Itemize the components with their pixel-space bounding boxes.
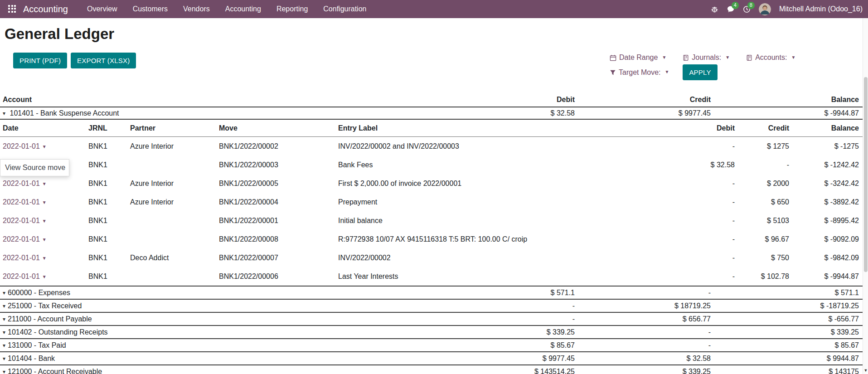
entry-debit: - — [696, 142, 735, 151]
account-row[interactable]: ▾600000 - Expenses$ 571.1-$ 571.1 — [0, 286, 863, 299]
col-date: Date — [0, 124, 88, 132]
entry-balance: $ -3242.42 — [789, 180, 863, 188]
entry-partner: Azure Interior — [130, 198, 219, 206]
col-entry-debit: Debit — [696, 124, 735, 132]
journal-entry-row: 2022-01-01▼BNK1Azure InteriorBNK1/2022/0… — [0, 174, 863, 193]
account-row[interactable]: ▾101404 - Bank$ 9977.45$ 32.58$ 9944.87 — [0, 351, 863, 364]
entry-date-dropdown[interactable]: 2022-01-01▼ — [3, 180, 47, 187]
report-actions: PRINT (PDF) EXPORT (XLSX) — [13, 53, 136, 68]
entry-move: BNK1/2022/00004 — [219, 198, 338, 206]
entry-date-dropdown[interactable]: 2022-01-01▼ — [3, 142, 47, 150]
account-credit: - — [576, 289, 712, 297]
chevron-down-icon: ▼ — [42, 181, 47, 186]
entry-move: BNK1/2022/00002 — [219, 142, 338, 151]
account-name: 131000 - Tax Paid — [8, 341, 66, 349]
chevron-down-icon: ▼ — [42, 274, 47, 279]
account-credit: $ 656.77 — [576, 315, 712, 323]
activities-clock-icon[interactable]: 8 — [743, 5, 751, 13]
top-navbar: Accounting Overview Customers Vendors Ac… — [0, 0, 868, 18]
entry-date-dropdown[interactable]: 2022-01-01▼ — [3, 272, 47, 280]
account-row[interactable]: ▾211000 - Account Payable-$ 656.77$ -656… — [0, 312, 863, 325]
entry-debit: - — [696, 272, 735, 281]
menu-item-vendors[interactable]: Vendors — [183, 5, 210, 13]
entry-credit: - — [735, 161, 789, 169]
user-avatar[interactable] — [759, 3, 771, 15]
entry-label: INV/2022/00002 and INV/2022/00003 — [338, 142, 696, 151]
col-partner: Partner — [130, 124, 219, 132]
entry-move: BNK1/2022/00008 — [219, 235, 338, 243]
journals-filter[interactable]: Journals: ▼ — [683, 53, 730, 62]
apps-grid-icon[interactable] — [8, 5, 17, 14]
account-name-cell: ▾121000 - Account Receivable — [0, 368, 440, 374]
accounts-filter[interactable]: Accounts: ▼ — [746, 53, 795, 62]
menu-item-customers[interactable]: Customers — [133, 5, 168, 13]
app-name[interactable]: Accounting — [23, 4, 68, 15]
account-balance: $ -18719.25 — [712, 302, 863, 310]
col-move: Move — [219, 124, 338, 132]
navbar-left: Accounting Overview Customers Vendors Ac… — [5, 4, 366, 15]
entry-date-cell: 2022-01-01▼ — [0, 254, 88, 262]
account-row[interactable]: ▾121000 - Account Receivable$ 143514.25$… — [0, 364, 863, 374]
entry-date-dropdown[interactable]: 2022-01-01▼ — [3, 235, 47, 243]
menu-item-overview[interactable]: Overview — [87, 5, 117, 13]
bug-icon[interactable] — [711, 5, 718, 13]
print-pdf-button[interactable]: PRINT (PDF) — [13, 53, 67, 68]
entry-balance: $ -8995.42 — [789, 217, 863, 225]
account-name: 101402 - Outstanding Receipts — [8, 328, 108, 336]
entry-label: INV/2022/00002 — [338, 254, 696, 262]
entry-date-dropdown[interactable]: 2022-01-01▼ — [3, 198, 47, 206]
journal-entry-row: 2022-01-01▼BNK1Azure InteriorBNK1/2022/0… — [0, 193, 863, 211]
funnel-icon — [610, 69, 616, 76]
accounts-label: Accounts: — [755, 53, 787, 62]
account-row[interactable]: ▾251000 - Tax Received-$ 18719.25$ -1871… — [0, 299, 863, 312]
entry-journal: BNK1 — [88, 198, 130, 206]
user-menu[interactable]: Mitchell Admin (Odoo_16) — [779, 5, 863, 13]
journal-icon — [746, 54, 752, 61]
ledger-columns-header: Account Debit Credit Balance — [0, 93, 863, 107]
account-name-cell: ▾600000 - Expenses — [0, 289, 440, 297]
account-name: 211000 - Account Payable — [8, 315, 92, 323]
account-row-expanded[interactable]: ▾ 101401 - Bank Suspense Account $ 32.58… — [0, 107, 863, 120]
scroll-down-arrow-icon[interactable]: ▼ — [863, 367, 868, 374]
entry-move: BNK1/2022/00003 — [219, 161, 338, 169]
entry-balance: $ -3892.42 — [789, 198, 863, 206]
messages-icon[interactable]: 4 — [727, 5, 735, 13]
account-debit: $ 32.58 — [440, 109, 576, 117]
scrollbar-thumb[interactable] — [864, 77, 868, 272]
entry-balance: $ -1275 — [789, 142, 863, 151]
apply-button[interactable]: APPLY — [683, 64, 717, 80]
account-debit: $ 339.25 — [440, 328, 576, 336]
account-debit: $ 85.67 — [440, 341, 576, 350]
entry-credit: $ 96.67 — [735, 235, 789, 243]
account-row[interactable]: ▾131000 - Tax Paid$ 85.67-$ 85.67 — [0, 338, 863, 351]
entry-move: BNK1/2022/00007 — [219, 254, 338, 262]
chevron-down-icon: ▼ — [664, 69, 669, 74]
entry-move: BNK1/2022/00001 — [219, 217, 338, 225]
menu-item-accounting[interactable]: Accounting — [225, 5, 261, 13]
entry-credit: $ 102.78 — [735, 272, 789, 281]
export-xlsx-button[interactable]: EXPORT (XLSX) — [71, 53, 136, 68]
account-name-cell: ▾211000 - Account Payable — [0, 315, 440, 323]
entries-list: 2022-01-01▼BNK1Azure InteriorBNK1/2022/0… — [0, 137, 863, 286]
entry-date-dropdown[interactable]: 2022-01-01▼ — [3, 217, 47, 224]
entry-journal: BNK1 — [88, 161, 130, 169]
entry-label: Last Year Interests — [338, 272, 696, 281]
context-menu-item-view-source-move[interactable]: View Source move — [0, 163, 69, 173]
main-menu: Overview Customers Vendors Accounting Re… — [87, 5, 366, 13]
entry-date-cell: 2022-01-01▼ — [0, 180, 88, 188]
account-debit: - — [440, 302, 576, 310]
chevron-down-icon: ▼ — [662, 55, 666, 60]
target-move-filter[interactable]: Target Move: ▼ — [610, 68, 669, 77]
entry-journal: BNK1 — [88, 272, 130, 281]
entry-date-dropdown[interactable]: 2022-01-01▼ — [3, 254, 47, 262]
account-credit: - — [576, 328, 712, 336]
account-row[interactable]: ▾101402 - Outstanding Receipts$ 339.25-$… — [0, 325, 863, 338]
general-ledger-report: Account Debit Credit Balance ▾ 101401 - … — [0, 93, 863, 374]
menu-item-reporting[interactable]: Reporting — [276, 5, 308, 13]
journal-entry-row: 2022-01-01▼View Source moveBNK1BNK1/2022… — [0, 155, 863, 174]
entries-columns-header: Date JRNL Partner Move Entry Label Debit… — [0, 120, 863, 137]
entry-credit: $ 2000 — [735, 180, 789, 188]
menu-item-configuration[interactable]: Configuration — [323, 5, 366, 13]
date-range-filter[interactable]: Date Range ▼ — [610, 53, 666, 62]
entry-credit: $ 650 — [735, 198, 789, 206]
